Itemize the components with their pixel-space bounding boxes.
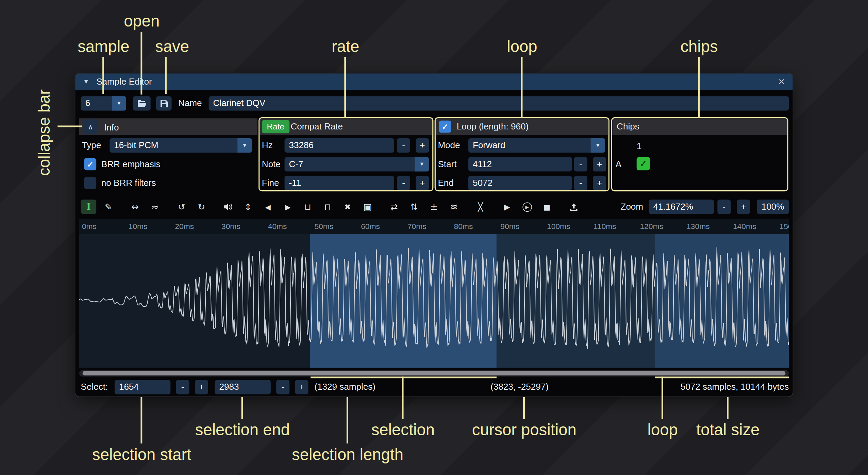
chips-panel: Chips 1 A ✓ [611, 117, 788, 191]
crossfade-loop-button[interactable]: ╳ [473, 200, 488, 214]
fine-label: Fine [262, 176, 279, 190]
annotation-collapse-bar: collapse bar [35, 81, 54, 176]
invert-button[interactable]: ⇅ [406, 200, 422, 214]
annotation-bracket-loop [655, 376, 789, 378]
zoom-in-button[interactable]: + [737, 200, 750, 214]
hz-label: Hz [262, 138, 273, 153]
name-label: Name [178, 96, 202, 110]
selection-start-input[interactable]: 1654 [115, 380, 170, 394]
fine-minus-button[interactable]: - [397, 176, 410, 190]
chevron-down-icon[interactable]: ▼ [237, 138, 252, 153]
close-icon[interactable]: ✕ [778, 77, 785, 87]
zoom-reset-button[interactable]: 100% [757, 200, 789, 214]
zoom-out-button[interactable]: - [717, 200, 731, 214]
folder-open-icon [137, 100, 147, 107]
redo-button[interactable]: ↻ [194, 200, 210, 214]
ruler-tick: 50ms [314, 222, 333, 231]
chevron-down-icon[interactable]: ▼ [415, 157, 429, 171]
resample-button[interactable]: ≈ [147, 200, 163, 214]
note-dropdown[interactable]: C-7 ▼ [285, 157, 429, 171]
collapse-bar-button[interactable]: ∧ [83, 120, 98, 134]
loop-end-input[interactable]: 5072 [468, 176, 572, 190]
chip-enable-toggle[interactable]: ✓ [637, 157, 650, 170]
ruler-tick: 20ms [175, 222, 194, 231]
annotation-line-total-size [727, 397, 729, 419]
annotation-line-loop-bottom [662, 376, 663, 419]
window-collapse-icon[interactable]: ▼ [83, 78, 89, 85]
loop-mode-dropdown[interactable]: Forward ▼ [468, 138, 605, 153]
select-label: Select: [81, 380, 108, 394]
undo-button[interactable]: ↺ [174, 200, 189, 214]
ruler-tick: 40ms [268, 222, 287, 231]
fine-input[interactable]: -11 [285, 176, 394, 190]
annotation-cursor-position: cursor position [472, 421, 577, 439]
loop-start-plus-button[interactable]: + [593, 157, 606, 171]
insert-silence-button[interactable]: ⊔ [300, 200, 316, 214]
apply-silence-icon: ⊓ [324, 201, 331, 212]
preview-button[interactable]: ▶ [499, 200, 515, 214]
fade-out-button[interactable]: ▶ [280, 200, 296, 214]
fade-in-button[interactable]: ◀ [260, 200, 276, 214]
fine-plus-button[interactable]: + [416, 176, 429, 190]
waveform-display[interactable] [79, 234, 789, 368]
hz-input[interactable]: 33286 [285, 138, 394, 153]
selection-start-plus-button[interactable]: + [195, 380, 208, 394]
select-tool-button[interactable]: I [81, 200, 97, 214]
sign-button[interactable]: ± [426, 200, 442, 214]
annotation-loop-bottom: loop [648, 421, 678, 439]
brr-emphasis-label: BRR emphasis [101, 157, 161, 171]
loop-start-input[interactable]: 4112 [468, 157, 572, 171]
check-icon: ✓ [87, 160, 94, 169]
zoom-value: 41.1672% [653, 202, 693, 211]
selection-end-minus-button[interactable]: - [276, 380, 289, 394]
chevron-down-icon[interactable]: ▼ [112, 96, 126, 110]
info-panel-header: ∧ Info [79, 118, 257, 135]
annotation-rate: rate [332, 38, 359, 56]
selection-end-plus-button[interactable]: + [295, 380, 308, 394]
ruler-tick: 120ms [640, 222, 663, 231]
ruler-tick: 80ms [454, 222, 473, 231]
fade-out-icon: ▶ [285, 203, 290, 211]
loop-start-minus-button[interactable]: - [574, 157, 587, 171]
rate-badge[interactable]: Rate [262, 120, 289, 133]
no-brr-filters-checkbox[interactable] [84, 177, 96, 189]
stop-button[interactable]: ■ [539, 200, 555, 214]
open-button[interactable] [133, 96, 151, 110]
selection-start-minus-button[interactable]: - [176, 380, 189, 394]
hz-minus-button[interactable]: - [397, 138, 410, 153]
delete-button[interactable]: ✖ [340, 200, 355, 214]
selection-end-input[interactable]: 2983 [215, 380, 270, 394]
selection-end-value: 2983 [219, 382, 239, 392]
chips-header-label: Chips [617, 118, 639, 135]
play-cursor-button[interactable]: ▶ [519, 200, 535, 214]
resize-button[interactable]: ↔ [127, 200, 143, 214]
draw-tool-button[interactable]: ✎ [101, 200, 116, 214]
trim-button[interactable]: ▣ [360, 200, 375, 214]
loop-enable-checkbox[interactable]: ✓ [439, 121, 451, 133]
sample-number-dropdown[interactable]: 6 ▼ [81, 96, 126, 110]
reverse-button[interactable]: ⇄ [386, 200, 402, 214]
filter-wave-icon: ≋ [450, 201, 458, 212]
name-input[interactable]: Clarinet DQV [209, 96, 789, 110]
loop-end-plus-button[interactable]: + [593, 176, 606, 190]
loop-mode-value: Forward [473, 140, 505, 150]
hz-plus-button[interactable]: + [416, 138, 429, 153]
chevron-down-icon[interactable]: ▼ [591, 138, 605, 153]
create-wavetable-button[interactable] [566, 200, 581, 214]
amplify-button[interactable] [220, 200, 236, 214]
ruler-tick: 60ms [361, 222, 380, 231]
normalize-button[interactable]: ↕ [240, 200, 256, 214]
brr-emphasis-checkbox[interactable]: ✓ [84, 158, 96, 170]
zoom-input[interactable]: 41.1672% [649, 200, 714, 214]
filter-button[interactable]: ≋ [446, 200, 462, 214]
horizontal-scrollbar[interactable] [79, 370, 789, 377]
sample-number-value: 6 [85, 99, 90, 108]
save-button[interactable] [156, 96, 172, 110]
loop-end-minus-button[interactable]: - [574, 176, 587, 190]
apply-silence-button[interactable]: ⊓ [320, 200, 336, 214]
selection-length-text: (1329 samples) [314, 380, 375, 394]
play-icon: ▶ [504, 203, 510, 211]
annotation-line-selection-end [241, 397, 243, 419]
scrollbar-handle[interactable] [83, 371, 786, 375]
type-dropdown[interactable]: 16-bit PCM ▼ [110, 138, 252, 153]
